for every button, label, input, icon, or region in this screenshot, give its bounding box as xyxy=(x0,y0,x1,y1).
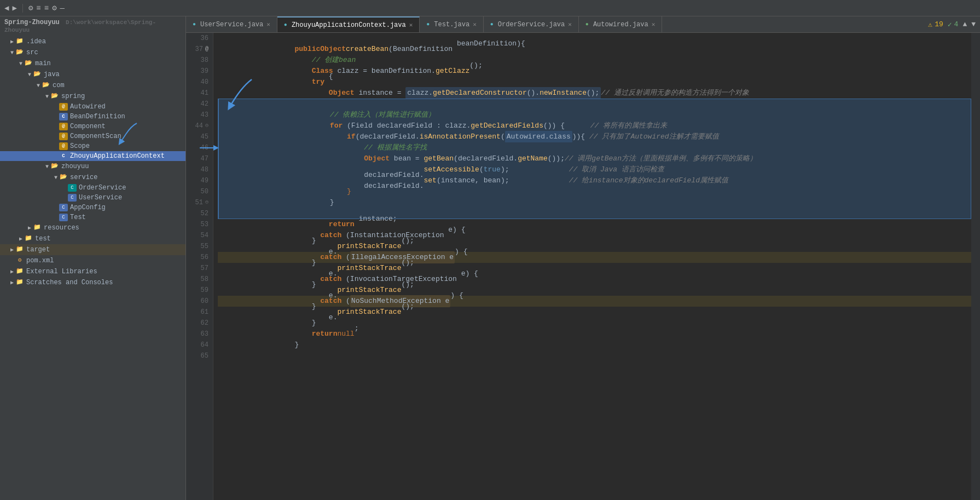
tab-autowired[interactable]: ● Autowired.java ✕ xyxy=(579,16,662,32)
folder-icon: 📂 xyxy=(24,59,33,68)
ln-44: 44⊖ xyxy=(188,120,208,131)
ln-43: 43 xyxy=(188,110,208,120)
ln-37: 37@ xyxy=(188,44,208,55)
sidebar-item-main[interactable]: ▼ 📂 main xyxy=(0,58,185,69)
folder-icon: 📂 xyxy=(50,162,59,171)
sidebar-item-autowired[interactable]: @ Autowired xyxy=(0,102,185,112)
code-lines: public Object createBean(BeanDefinition … xyxy=(213,33,971,500)
tab-zhouyuappcontext[interactable]: ● ZhouyuApplicationContext.java ✕ xyxy=(277,16,420,32)
code-line-63: return null; xyxy=(218,329,971,340)
tab-close-icon[interactable]: ✕ xyxy=(473,21,477,28)
ln-58: 58 xyxy=(188,274,208,285)
tab-label: Autowired.java xyxy=(593,21,648,28)
list-icon[interactable]: ≡ xyxy=(44,4,49,13)
ln-40: 40 xyxy=(188,77,208,88)
tab-label: ZhouyuApplicationContext.java xyxy=(292,21,406,29)
project-name: Spring-Zhouyuu xyxy=(4,19,60,26)
tab-close-icon[interactable]: ✕ xyxy=(409,21,413,28)
align-icon[interactable]: ≡ xyxy=(36,4,40,13)
sidebar-item-label: .idea xyxy=(26,38,46,45)
tab-userservice[interactable]: ● UserService.java ✕ xyxy=(186,16,277,32)
sidebar-item-idea[interactable]: ▶ 📁 .idea xyxy=(0,36,185,47)
sidebar-item-pom[interactable]: ⚙ pom.xml xyxy=(0,255,185,266)
folder-icon: 📂 xyxy=(15,48,24,57)
sidebar-item-orderservice[interactable]: C OrderService xyxy=(0,183,185,193)
arrow-icon: ▼ xyxy=(18,61,24,67)
sidebar-item-label: target xyxy=(26,246,50,254)
arrow-icon: ▶ xyxy=(9,38,15,45)
fold-down-icon[interactable]: ▼ xyxy=(971,20,976,28)
top-toolbar: ◀ ▶ ⚙ ≡ ≡ ⚙ — xyxy=(0,0,980,16)
sidebar-item-appconfig[interactable]: C AppConfig xyxy=(0,203,185,212)
settings-icon[interactable]: ⚙ xyxy=(52,3,56,13)
forward-icon[interactable]: ▶ xyxy=(12,3,16,13)
sidebar-item-label: Scratches and Consoles xyxy=(26,279,113,286)
java-icon: C xyxy=(59,204,68,211)
sidebar-item-zhouyuu[interactable]: ▼ 📂 zhouyuu xyxy=(0,161,185,172)
sidebar-item-componentscan[interactable]: @ ComponentScan xyxy=(0,131,185,141)
code-line-36 xyxy=(218,33,971,44)
sidebar-item-scratches[interactable]: ▶ 📁 Scratches and Consoles xyxy=(0,277,185,288)
ln-65: 65 xyxy=(188,350,208,361)
sidebar-item-service-folder[interactable]: ▼ 📂 service xyxy=(0,172,185,183)
arrow-icon: ▼ xyxy=(44,164,50,170)
sidebar-item-scope[interactable]: @ Scope xyxy=(0,141,185,151)
folder-icon: 📂 xyxy=(42,81,50,90)
tab-close-icon[interactable]: ✕ xyxy=(568,21,572,28)
sidebar-item-label: main xyxy=(35,60,51,67)
sidebar-item-userservice[interactable]: C UserService xyxy=(0,193,185,203)
ln-55: 55 xyxy=(188,241,208,252)
arrow-icon: ▼ xyxy=(26,72,33,78)
tab-label: OrderService.java xyxy=(498,21,565,28)
sidebar-item-test-folder[interactable]: ▶ 📁 test xyxy=(0,233,185,244)
sidebar-item-label: src xyxy=(26,49,38,56)
editor-area: ● UserService.java ✕ ● ZhouyuApplication… xyxy=(186,16,980,500)
arrow-icon: ▶ xyxy=(9,246,15,253)
fold-up-icon[interactable]: ▲ xyxy=(962,20,967,28)
minimize-icon[interactable]: — xyxy=(60,4,65,13)
build-icon[interactable]: ⚙ xyxy=(28,3,33,13)
sidebar-item-external-libs[interactable]: ▶ 📁 External Libraries xyxy=(0,266,185,277)
sidebar-item-com[interactable]: ▼ 📂 com xyxy=(0,80,185,91)
folder-icon: 📂 xyxy=(33,70,42,79)
sidebar-item-java[interactable]: ▼ 📂 java xyxy=(0,69,185,80)
tab-orderservice[interactable]: ● OrderService.java ✕ xyxy=(484,16,579,32)
ln-51: 51⊖ xyxy=(188,197,208,208)
ln-41: 41 xyxy=(188,88,208,99)
code-line-42 xyxy=(218,99,971,110)
annotation-icon: @ xyxy=(59,103,68,111)
arrow-icon: ▼ xyxy=(44,94,50,100)
sidebar-item-test[interactable]: C Test xyxy=(0,212,185,222)
sidebar-item-label: service xyxy=(70,174,97,181)
sidebar-item-zhouyuappcontext[interactable]: C ZhouyuApplicationContext xyxy=(0,151,185,161)
tab-close-icon[interactable]: ✕ xyxy=(652,21,656,28)
xml-icon: ⚙ xyxy=(15,256,24,265)
tab-close-icon[interactable]: ✕ xyxy=(266,21,270,28)
right-gutter[interactable] xyxy=(971,33,980,500)
sidebar-item-label: Autowired xyxy=(70,103,106,111)
sidebar-item-label: ZhouyuApplicationContext xyxy=(70,152,165,160)
ln-45: 45 xyxy=(188,131,208,142)
sidebar-item-spring[interactable]: ▼ 📂 spring xyxy=(0,91,185,102)
code-line-43: // 依赖注入（对属性进行赋值） xyxy=(218,110,971,120)
tab-label: UserService.java xyxy=(200,21,263,28)
sidebar-item-resources[interactable]: ▶ 📁 resources xyxy=(0,222,185,233)
ln-57: 57 xyxy=(188,263,208,274)
sidebar-item-target[interactable]: ▶ 📁 target xyxy=(0,244,185,255)
sidebar-item-src[interactable]: ▼ 📂 src xyxy=(0,47,185,58)
sidebar-item-beandefinition[interactable]: C BeanDefinition xyxy=(0,112,185,122)
ln-53: 53 xyxy=(188,219,208,230)
code-editor[interactable]: 36 37@ 38 39 40 41 42 43 44⊖ 45 46 47 48… xyxy=(186,33,980,500)
tab-test[interactable]: ● Test.java ✕ xyxy=(420,16,483,32)
sidebar-item-label: java xyxy=(44,71,60,78)
back-icon[interactable]: ◀ xyxy=(4,3,9,13)
code-line-65 xyxy=(218,350,971,361)
sidebar-item-label: com xyxy=(53,82,65,89)
folder-icon: 📂 xyxy=(50,92,59,101)
ln-61: 61 xyxy=(188,307,208,318)
ln-64: 64 xyxy=(188,340,208,350)
arrow-annotation-1 xyxy=(109,120,142,148)
sidebar-item-component[interactable]: @ Component xyxy=(0,122,185,131)
sidebar-item-label: UserService xyxy=(79,194,122,202)
folder-icon: 📁 xyxy=(15,278,24,287)
